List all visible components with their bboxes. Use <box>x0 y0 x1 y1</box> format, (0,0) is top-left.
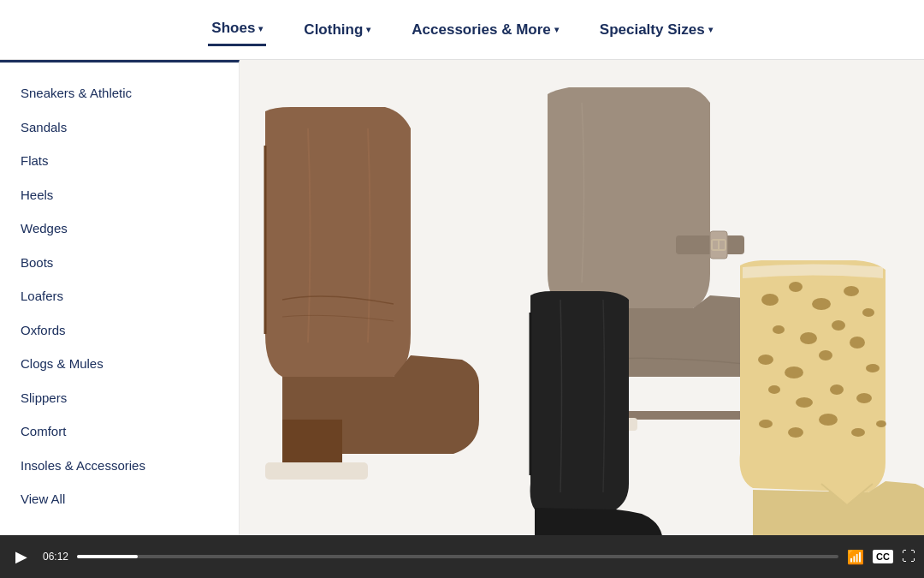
nav-specialty-chevron: ▾ <box>708 25 713 34</box>
dropdown-view-all[interactable]: View All <box>0 482 239 516</box>
svg-point-24 <box>759 420 773 428</box>
dropdown-oxfords[interactable]: Oxfords <box>0 313 239 348</box>
dropdown-flats[interactable]: Flats <box>0 144 239 178</box>
nav-clothing-chevron: ▾ <box>366 25 370 34</box>
svg-point-12 <box>800 332 817 344</box>
svg-point-14 <box>862 308 874 317</box>
svg-point-22 <box>830 384 844 395</box>
dropdown-heels[interactable]: Heels <box>0 178 239 212</box>
svg-point-28 <box>876 420 886 427</box>
product-image-area <box>240 60 924 535</box>
svg-rect-1 <box>265 462 368 480</box>
nav-item-specialty[interactable]: Specialty Sizes ▾ <box>596 15 716 45</box>
svg-point-7 <box>761 294 779 306</box>
dropdown-clogs-mules[interactable]: Clogs & Mules <box>0 347 239 381</box>
dropdown-slippers[interactable]: Slippers <box>0 381 239 415</box>
nav-accessories-chevron: ▾ <box>554 25 559 34</box>
dropdown-boots[interactable]: Boots <box>0 246 239 280</box>
navbar: Shoes ▾ Clothing ▾ Accessories & More ▾ … <box>0 0 924 60</box>
dropdown-sandals[interactable]: Sandals <box>0 110 239 145</box>
svg-point-11 <box>773 325 785 334</box>
dropdown-sneakers-athletic[interactable]: Sneakers & Athletic <box>0 76 239 110</box>
dropdown-insoles-accessories[interactable]: Insoles & Accessories <box>0 449 239 483</box>
svg-point-27 <box>851 428 865 437</box>
svg-point-18 <box>850 337 865 349</box>
svg-point-17 <box>819 350 832 361</box>
video-progress-fill <box>77 555 138 558</box>
video-progress-bar[interactable] <box>77 555 838 558</box>
signal-icon: 📶 <box>847 549 864 565</box>
nav-item-accessories[interactable]: Accessories & More ▾ <box>408 15 562 45</box>
nav-item-clothing[interactable]: Clothing ▾ <box>300 15 374 45</box>
shoes-dropdown-menu: Sneakers & Athletic Sandals Flats Heels … <box>0 60 240 539</box>
video-player-bar: ▶ 06:12 📶 CC ⛶ <box>0 535 924 578</box>
nav-shoes-label: Shoes <box>211 20 255 37</box>
nav-items: Shoes ▾ Clothing ▾ Accessories & More ▾ … <box>208 13 715 46</box>
video-timestamp: 06:12 <box>43 551 68 563</box>
nav-accessories-label: Accessories & More <box>412 21 551 39</box>
svg-point-10 <box>844 286 859 296</box>
svg-point-13 <box>832 320 845 331</box>
svg-point-20 <box>768 385 780 394</box>
nav-item-shoes[interactable]: Shoes ▾ <box>208 13 266 46</box>
boots-display-svg <box>240 60 924 535</box>
closed-captions-button[interactable]: CC <box>873 550 893 563</box>
dropdown-loafers[interactable]: Loafers <box>0 279 239 313</box>
fullscreen-button[interactable]: ⛶ <box>902 549 915 564</box>
svg-point-8 <box>789 282 803 292</box>
nav-clothing-label: Clothing <box>304 21 363 39</box>
svg-point-26 <box>819 414 838 426</box>
svg-point-15 <box>758 355 773 365</box>
svg-point-21 <box>796 397 813 408</box>
svg-point-25 <box>788 427 803 438</box>
video-play-button[interactable]: ▶ <box>9 547 34 566</box>
nav-specialty-label: Specialty Sizes <box>600 21 705 39</box>
svg-point-19 <box>866 364 880 372</box>
nav-shoes-chevron: ▾ <box>258 24 263 33</box>
svg-point-23 <box>856 393 872 403</box>
main-content: Sneakers & Athletic Sandals Flats Heels … <box>0 60 924 535</box>
svg-point-9 <box>812 298 831 310</box>
svg-point-16 <box>785 366 803 378</box>
dropdown-wedges[interactable]: Wedges <box>0 212 239 246</box>
dropdown-comfort[interactable]: Comfort <box>0 414 239 449</box>
